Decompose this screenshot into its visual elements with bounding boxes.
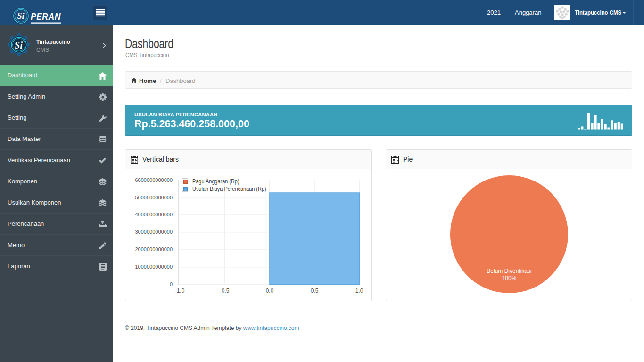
svg-text:Si: Si bbox=[15, 40, 23, 51]
svg-text:PERAN: PERAN bbox=[31, 11, 61, 22]
svg-text:Si: Si bbox=[17, 11, 25, 21]
